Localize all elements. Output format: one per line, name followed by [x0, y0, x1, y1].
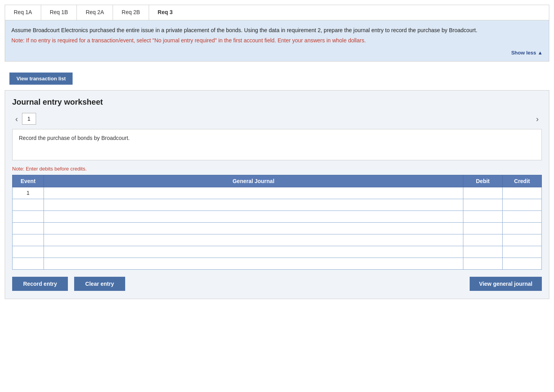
event-cell-6	[13, 258, 44, 269]
record-entry-button[interactable]: Record entry	[12, 277, 68, 291]
debit-cell-4[interactable]	[463, 234, 503, 246]
credit-input-0[interactable]	[503, 187, 541, 199]
general-journal-cell-3[interactable]	[44, 222, 463, 234]
debit-input-2[interactable]	[463, 211, 502, 222]
debit-input-4[interactable]	[463, 234, 502, 246]
event-cell-3	[13, 222, 44, 234]
credit-cell-3[interactable]	[503, 222, 542, 234]
debit-cell-5[interactable]	[463, 246, 503, 258]
debit-cell-6[interactable]	[463, 258, 503, 269]
general-journal-input-0[interactable]	[44, 187, 463, 199]
credit-cell-1[interactable]	[503, 199, 542, 211]
table-row	[13, 234, 542, 246]
credit-input-3[interactable]	[503, 223, 541, 234]
general-journal-cell-6[interactable]	[44, 258, 463, 269]
col-header-credit: Credit	[503, 175, 542, 187]
show-less-link[interactable]: Show less ▲	[511, 50, 543, 56]
credit-cell-4[interactable]	[503, 234, 542, 246]
journal-table: Event General Journal Debit Credit 1	[12, 175, 542, 270]
table-row	[13, 199, 542, 211]
credit-cell-5[interactable]	[503, 246, 542, 258]
nav-next-button[interactable]: ›	[533, 113, 542, 125]
debit-cell-2[interactable]	[463, 211, 503, 222]
general-journal-cell-0[interactable]	[44, 187, 463, 199]
col-header-debit: Debit	[463, 175, 503, 187]
event-cell-1	[13, 199, 44, 211]
general-journal-input-1[interactable]	[44, 199, 463, 211]
col-header-event: Event	[13, 175, 44, 187]
general-journal-cell-4[interactable]	[44, 234, 463, 246]
worksheet-title: Journal entry worksheet	[12, 98, 542, 107]
credit-cell-2[interactable]	[503, 211, 542, 222]
table-row	[13, 258, 542, 269]
tab-req2b[interactable]: Req 2B	[113, 5, 149, 20]
note-debits: Note: Enter debits before credits.	[12, 166, 542, 172]
instruction-note-text: Note: If no entry is required for a tran…	[11, 36, 543, 45]
general-journal-cell-2[interactable]	[44, 211, 463, 222]
event-cell-4	[13, 234, 44, 246]
event-cell-2	[13, 211, 44, 222]
table-row	[13, 211, 542, 222]
table-row	[13, 222, 542, 234]
tab-req1a[interactable]: Req 1A	[5, 5, 41, 20]
buttons-row: Record entry Clear entry View general jo…	[12, 277, 542, 291]
general-journal-input-6[interactable]	[44, 258, 463, 269]
general-journal-cell-5[interactable]	[44, 246, 463, 258]
tab-req2a[interactable]: Req 2A	[77, 5, 113, 20]
table-row: 1	[13, 187, 542, 199]
credit-input-2[interactable]	[503, 211, 541, 222]
nav-current-page: 1	[22, 113, 36, 125]
transaction-description: Record the purchase of bonds by Broadcou…	[12, 129, 542, 160]
table-row	[13, 246, 542, 258]
debit-input-0[interactable]	[463, 187, 502, 199]
debit-input-5[interactable]	[463, 246, 502, 258]
clear-entry-button[interactable]: Clear entry	[74, 277, 125, 291]
credit-cell-0[interactable]	[503, 187, 542, 199]
general-journal-input-4[interactable]	[44, 234, 463, 246]
instruction-main-text: Assume Broadcourt Electronics purchased …	[11, 26, 543, 34]
general-journal-input-5[interactable]	[44, 246, 463, 258]
event-cell-0: 1	[13, 187, 44, 199]
worksheet-container: Journal entry worksheet ‹ 1 › Record the…	[5, 90, 549, 299]
general-journal-cell-1[interactable]	[44, 199, 463, 211]
tab-req3[interactable]: Req 3	[149, 5, 181, 20]
event-cell-5	[13, 246, 44, 258]
show-less-container: Show less ▲	[11, 48, 543, 57]
nav-prev-button[interactable]: ‹	[12, 113, 21, 125]
view-transaction-list-button[interactable]: View transaction list	[9, 73, 73, 85]
debit-input-6[interactable]	[463, 258, 502, 269]
tab-req1b[interactable]: Req 1B	[41, 5, 77, 20]
debit-cell-1[interactable]	[463, 199, 503, 211]
general-journal-input-2[interactable]	[44, 211, 463, 222]
debit-input-3[interactable]	[463, 223, 502, 234]
debit-cell-3[interactable]	[463, 222, 503, 234]
debit-input-1[interactable]	[463, 199, 502, 211]
col-header-general-journal: General Journal	[44, 175, 463, 187]
nav-row: ‹ 1 ›	[12, 113, 542, 125]
credit-cell-6[interactable]	[503, 258, 542, 269]
debit-cell-0[interactable]	[463, 187, 503, 199]
credit-input-5[interactable]	[503, 246, 541, 258]
tabs-bar: Req 1AReq 1BReq 2AReq 2BReq 3	[5, 5, 549, 20]
credit-input-1[interactable]	[503, 199, 541, 211]
general-journal-input-3[interactable]	[44, 223, 463, 234]
credit-input-6[interactable]	[503, 258, 541, 269]
credit-input-4[interactable]	[503, 234, 541, 246]
instruction-box: Assume Broadcourt Electronics purchased …	[5, 20, 549, 62]
view-general-journal-button[interactable]: View general journal	[470, 277, 542, 291]
